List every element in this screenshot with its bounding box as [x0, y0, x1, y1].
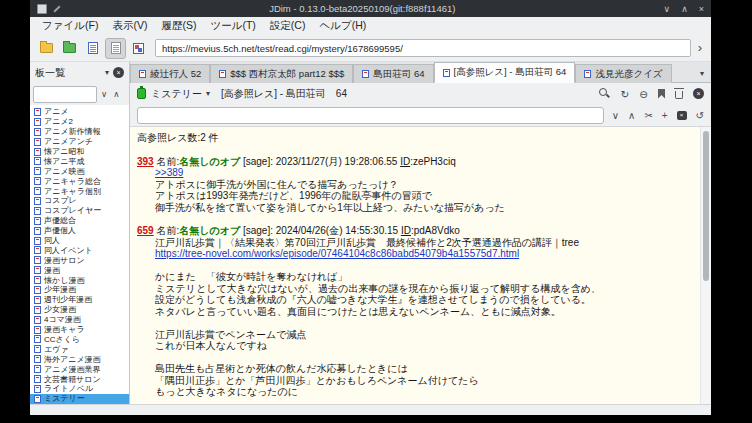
post-line: [155, 260, 696, 272]
board-select-label: ミステリー: [151, 87, 202, 101]
post-line: [155, 352, 696, 364]
board-icon: [34, 197, 41, 205]
search-icon[interactable]: [599, 88, 610, 99]
reload-icon[interactable]: ↻: [620, 88, 629, 100]
thread-tab[interactable]: 綾辻行人 52: [130, 64, 210, 83]
sidebar-search-up-icon[interactable]: ∧: [111, 89, 121, 99]
pin-icon[interactable]: [53, 5, 60, 12]
thread-search-input[interactable]: [137, 107, 604, 124]
board-icon: [34, 128, 41, 136]
delete-icon[interactable]: [675, 91, 683, 99]
statusbar: [30, 404, 711, 415]
scrollbar[interactable]: [700, 127, 711, 404]
poster-name[interactable]: 名無しのオプ: [179, 156, 240, 167]
board-icon: [34, 177, 41, 185]
post-number[interactable]: 659: [137, 225, 154, 236]
url-go-button[interactable]: ›: [693, 40, 705, 57]
thread-view-button[interactable]: [105, 38, 126, 59]
menu-item[interactable]: ツール(T): [203, 18, 262, 34]
window-title: JDim - 0.13.0-beta20250109(git:f888f1146…: [67, 3, 658, 14]
open-new-icon[interactable]: +: [662, 110, 668, 121]
find-next-icon[interactable]: ∨: [612, 110, 619, 121]
post: 393 名前:名無しのオプ [sage]: 2023/11/27(月) 19:2…: [137, 156, 696, 214]
board-select-dropdown-icon: ▾: [206, 89, 210, 98]
menu-item[interactable]: 設定(C): [263, 18, 313, 34]
board-icon: [34, 326, 41, 334]
tab-label: 綾辻行人 52: [150, 68, 201, 81]
external-link[interactable]: https://tree-novel.com/works/episode/074…: [155, 248, 696, 260]
thread-tab[interactable]: 浅見光彦クイズ: [575, 64, 671, 83]
board-jar-icon: [137, 88, 146, 99]
board-list-button[interactable]: [36, 38, 57, 59]
sidebar-search-down-icon[interactable]: ∨: [99, 89, 109, 99]
post-line: アトポスに御手洗が外国に住んでる描写あったっけ？: [155, 179, 696, 191]
thread-title: [高参照レス] - 島田荘司 64: [221, 87, 347, 101]
board-icon: [34, 335, 41, 343]
close-button[interactable]: ×: [699, 4, 704, 14]
post-id-label[interactable]: ID: [401, 225, 411, 236]
menu-item[interactable]: ファイル(F): [35, 18, 105, 34]
bookmark-icon[interactable]: [658, 89, 665, 99]
board-icon: [34, 237, 41, 245]
menu-item[interactable]: ヘルプ(H): [312, 18, 373, 34]
favorites-icon: [63, 43, 76, 53]
board-icon: [34, 355, 41, 363]
find-prev-icon[interactable]: ∧: [628, 110, 635, 121]
main-area: 板一覧 ▾ × ∨ ∧ アニメ アニメ2: [30, 62, 711, 404]
post-line: これが日本人なんですね: [155, 340, 696, 352]
back-icon[interactable]: ↺: [696, 110, 704, 121]
thread-content: 高参照レス数:2 件 393 名前:名無しのオプ [sage]: 2023/11…: [130, 127, 711, 404]
board-list-icon: [40, 43, 53, 53]
maximize-button[interactable]: ∧: [681, 4, 688, 14]
tab-bar: 綾辻行人 52 $$$ 西村京太郎 part12 $$$ 島田荘司 64: [130, 62, 711, 83]
post-header: 659 名前:名無しのオプ [sage]: 2024/04/26(金) 14:5…: [137, 225, 696, 237]
post-header: 393 名前:名無しのオプ [sage]: 2023/11/27(月) 19:2…: [137, 156, 696, 168]
scrollbar-thumb[interactable]: [703, 131, 709, 281]
post-line: 御手洗が私を捨て置いて姿を消してから1年以上経つ、みたいな描写があった: [155, 202, 696, 214]
post-number[interactable]: 393: [137, 156, 154, 167]
clear-highlight-icon[interactable]: ×: [677, 111, 687, 120]
post-date: 2024/04/26(金) 14:55:30.15: [276, 225, 398, 236]
post-date: 2023/11/27(月) 19:28:06.55: [276, 156, 398, 167]
image-view-button[interactable]: [128, 38, 149, 59]
menubar: ファイル(F) 表示(V) 履歴(S) ツール(T) 設定(C) ヘルプ(H): [30, 17, 711, 35]
sidebar-title: 板一覧: [35, 66, 101, 80]
sidebar-search-input[interactable]: [33, 86, 97, 103]
post: 659 名前:名無しのオプ [sage]: 2024/04/26(金) 14:5…: [137, 225, 696, 398]
stop-icon[interactable]: ⊖: [639, 88, 648, 100]
minimize-button[interactable]: ∨: [664, 4, 671, 14]
post-body: 江戸川乱歩賞｜〈結果発表〉第70回江戸川乱歩賞 最終候補作と2次予選通過作品の講…: [137, 237, 696, 398]
menu-item[interactable]: 履歴(S): [154, 18, 203, 34]
sidebar-item[interactable]: ミステリー: [30, 394, 129, 404]
thread-tab[interactable]: [高参照レス] - 島田荘司 64: [434, 62, 576, 83]
board-select[interactable]: ミステリー ▾: [151, 87, 210, 101]
favorites-button[interactable]: [59, 38, 80, 59]
board-icon: [34, 118, 41, 126]
thread-tab[interactable]: $$$ 西村京太郎 part12 $$$: [210, 64, 353, 83]
main-toolbar: ›: [30, 35, 711, 62]
board-icon: [34, 306, 41, 314]
board-icon: [34, 266, 41, 274]
post-list: 高参照レス数:2 件 393 名前:名無しのオプ [sage]: 2023/11…: [130, 127, 700, 404]
extract-icon[interactable]: ✂: [644, 110, 652, 121]
titlebar: JDim - 0.13.0-beta20250109(git:f888f1146…: [30, 0, 711, 17]
tab-overflow-icon[interactable]: ▾: [700, 69, 711, 82]
board-icon: [34, 217, 41, 225]
thread-list-icon: [88, 42, 98, 54]
anchor-link[interactable]: >>389: [155, 167, 696, 179]
thread-list-button[interactable]: [82, 38, 103, 59]
tab-label: $$$ 西村京太郎 part12 $$$: [230, 68, 344, 81]
thread-tab[interactable]: 島田荘司 64: [353, 64, 433, 83]
tab-label: [高参照レス] - 島田荘司 64: [454, 66, 567, 79]
post-line: 江戸川乱歩賞｜〈結果発表〉第70回江戸川乱歩賞 最終候補作と2次予選通過作品の講…: [155, 237, 696, 249]
sidebar-dropdown-icon[interactable]: ▾: [105, 68, 109, 77]
poster-name[interactable]: 名無しのオプ: [179, 225, 240, 236]
post-id-label[interactable]: ID: [400, 156, 410, 167]
app-icon: [37, 4, 47, 14]
url-input[interactable]: [155, 39, 691, 57]
menu-item[interactable]: 表示(V): [105, 18, 154, 34]
close-tab-icon[interactable]: ×: [693, 88, 704, 99]
board-icon: [34, 345, 41, 353]
post-line: ネタバレと言っていい題名、真面目につけたとは思えないペンネーム、ともに減点対象。: [155, 306, 696, 318]
sidebar-close-icon[interactable]: ×: [113, 67, 124, 78]
